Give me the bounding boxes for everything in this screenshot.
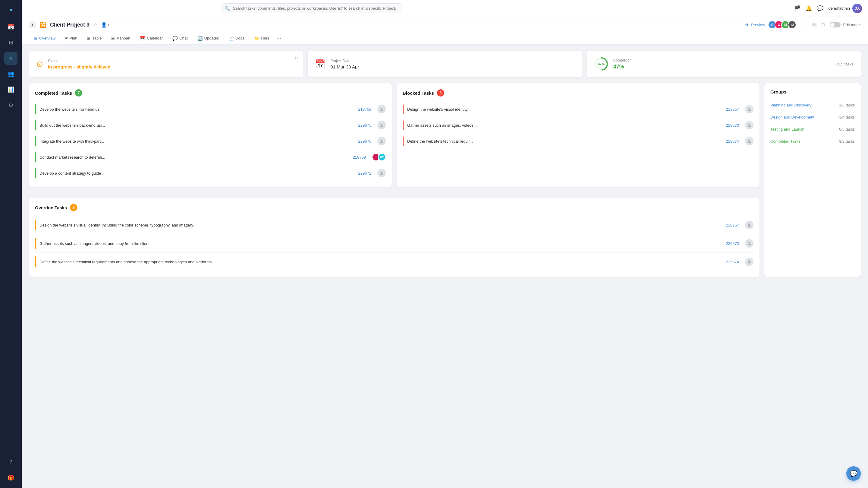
book-icon[interactable]: 📖: [811, 22, 816, 27]
task-id[interactable]: 229672: [358, 171, 371, 175]
table-row[interactable]: Design the website's visual identity, i.…: [403, 101, 753, 117]
task-status-bar: [403, 104, 404, 114]
overdue-task-id[interactable]: 229673: [726, 241, 739, 246]
avatars-group: C C M +2: [770, 21, 796, 29]
table-row[interactable]: Gather assets such as images, videos, an…: [35, 234, 753, 253]
task-name: Integrate the website with third-part...: [39, 139, 355, 144]
tab-table[interactable]: ⊞ Table: [82, 33, 106, 44]
group-task-count: 0/5 tasks: [839, 127, 855, 132]
tab-updates[interactable]: 🔄 Updates: [193, 33, 224, 44]
list-item[interactable]: Design and Development 3/4 tasks: [770, 111, 855, 123]
blocked-tasks-section: Blocked Tasks 3 Design the website's vis…: [397, 83, 760, 187]
chat-tab-icon: 💬: [173, 36, 178, 41]
eye-icon: 👁: [745, 23, 749, 27]
date-card: 📅 Project Date 01 Mar-30 Apr: [308, 51, 582, 77]
tab-chat[interactable]: 💬 Chat: [167, 33, 192, 44]
sidebar-item-users[interactable]: 👥: [4, 67, 18, 81]
tab-kanban-label: Kanban: [117, 36, 130, 40]
task-avatar: [745, 239, 753, 248]
tab-calendar[interactable]: 📅 Calendar: [135, 33, 167, 44]
groups-title: Groups: [770, 89, 855, 94]
user-info[interactable]: demo\admin DA: [828, 4, 862, 13]
flag-icon[interactable]: 🏴: [794, 5, 801, 12]
task-id[interactable]: 229674: [726, 139, 739, 144]
overdue-task-id[interactable]: 229674: [726, 260, 739, 264]
more-tabs-icon[interactable]: ⋯: [274, 33, 284, 44]
task-status-bar: [35, 152, 36, 162]
more-options-icon[interactable]: ⋮: [801, 21, 807, 28]
table-row[interactable]: Define the website's technical requir...…: [403, 133, 753, 149]
avatar-more[interactable]: +2: [788, 21, 796, 29]
list-item[interactable]: Planning and Discovery 1/3 tasks: [770, 99, 855, 111]
sidebar-item-help[interactable]: ?: [4, 455, 18, 469]
search-bar: 🔍: [221, 3, 402, 13]
preview-button[interactable]: 👁 Preview: [745, 23, 765, 27]
overdue-tasks-section: Overdue Tasks 8 Design the website's vis…: [29, 198, 760, 277]
sidebar-item-gift[interactable]: 🎁: [4, 471, 18, 484]
tab-plan[interactable]: ≡ Plan: [60, 33, 82, 44]
files-icon: 📁: [254, 36, 259, 41]
collapse-sidebar-button[interactable]: ›: [29, 21, 36, 28]
completed-tasks-header: Completed Tasks 7: [35, 89, 386, 96]
sidebar-item-list[interactable]: ≡: [4, 52, 18, 65]
blocked-tasks-header: Blocked Tasks 3: [403, 89, 753, 96]
task-name: Conduct market research to determi...: [39, 155, 349, 160]
edit-mode-label: Edit mode: [843, 23, 861, 27]
sidebar-item-settings[interactable]: ⚙: [4, 98, 18, 112]
task-id[interactable]: 218757: [726, 107, 739, 112]
groups-list: Planning and Discovery 1/3 tasks Design …: [770, 99, 855, 147]
overdue-tasks-header: Overdue Tasks 8: [35, 204, 753, 211]
sidebar-item-chart[interactable]: 📊: [4, 83, 18, 96]
search-icon: 🔍: [224, 6, 230, 11]
tab-docs[interactable]: 📄 Docs: [224, 33, 249, 44]
sidebar-item-grid[interactable]: ⊞: [4, 36, 18, 49]
overdue-bar: [35, 220, 36, 230]
layout-icon[interactable]: ⊡: [821, 22, 825, 27]
table-row[interactable]: Design the website's visual identity, in…: [35, 216, 753, 234]
sidebar-logo[interactable]: »: [7, 4, 15, 16]
share-icon[interactable]: 👤+: [101, 22, 110, 28]
kanban-icon: ⊟: [111, 36, 115, 41]
svg-point-10: [748, 242, 750, 243]
table-row[interactable]: Develop the website's front-end usi... 2…: [35, 101, 386, 117]
table-row[interactable]: Build out the website's back-end usi... …: [35, 117, 386, 133]
user-name: demo\admin: [828, 6, 850, 10]
tab-overview[interactable]: ⊟ Overview: [29, 33, 60, 44]
overdue-task-id[interactable]: 218757: [726, 223, 739, 227]
task-avatar: [745, 221, 753, 229]
table-row[interactable]: Integrate the website with third-part...…: [35, 133, 386, 149]
table-row[interactable]: Define the website's technical requireme…: [35, 253, 753, 271]
sidebar-item-calendar[interactable]: 📅: [4, 20, 18, 33]
task-id[interactable]: 229676: [358, 139, 371, 144]
table-row[interactable]: Gather assets such as images, videos,...…: [403, 117, 753, 133]
task-status-bar: [403, 136, 404, 146]
chat-icon[interactable]: 💬: [817, 5, 824, 12]
bell-icon[interactable]: 🔔: [805, 5, 812, 12]
status-icon: ⊙: [36, 59, 43, 69]
star-icon[interactable]: ☆: [93, 22, 97, 28]
task-avatar: [745, 121, 753, 130]
task-avatar: [377, 105, 386, 113]
edit-mode-toggle[interactable]: [830, 22, 841, 27]
overdue-tasks-badge: 8: [70, 204, 77, 211]
list-item[interactable]: Testing and Launch 0/5 tasks: [770, 123, 855, 136]
overdue-bar: [35, 256, 36, 267]
table-row[interactable]: Conduct market research to determi... 21…: [35, 149, 386, 165]
chat-bubble-button[interactable]: 💬: [846, 466, 861, 481]
svg-point-9: [748, 224, 750, 225]
table-row[interactable]: Develop a content strategy to guide ... …: [35, 165, 386, 181]
groups-section: Groups Planning and Discovery 1/3 tasks …: [764, 83, 861, 277]
search-input[interactable]: [221, 3, 402, 13]
task-id[interactable]: 218758: [358, 107, 371, 112]
list-item[interactable]: Completed Tasks 3/3 tasks: [770, 136, 855, 147]
task-id[interactable]: 218759: [353, 155, 366, 160]
task-id[interactable]: 229673: [726, 123, 739, 127]
svg-point-6: [748, 108, 750, 109]
tab-files[interactable]: 📁 Files: [249, 33, 274, 44]
overdue-task-list: Design the website's visual identity, in…: [35, 216, 753, 271]
refresh-icon[interactable]: ↻: [294, 56, 298, 60]
tab-kanban[interactable]: ⊟ Kanban: [106, 33, 135, 44]
task-avatar: [745, 258, 753, 266]
task-id[interactable]: 229675: [358, 123, 371, 127]
tasks-grid: Completed Tasks 7 Develop the website's …: [29, 83, 760, 187]
